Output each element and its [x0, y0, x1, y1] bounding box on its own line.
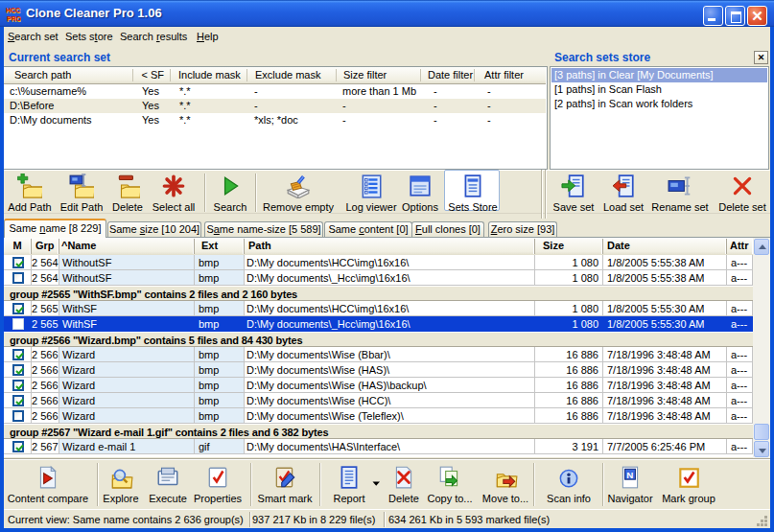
svg-text:PRO: PRO	[7, 15, 21, 22]
svg-text:N: N	[626, 470, 633, 480]
svg-text:HCC: HCC	[6, 7, 20, 13]
